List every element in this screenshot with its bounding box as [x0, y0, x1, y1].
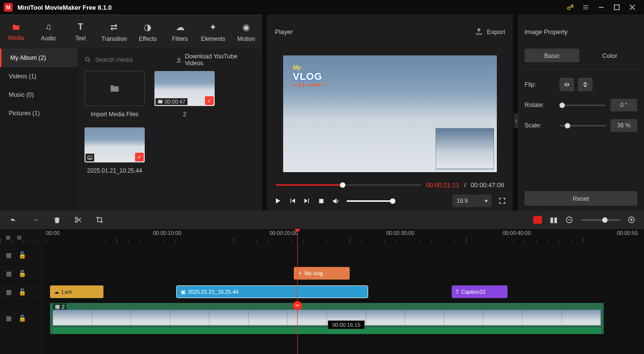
zoom-slider[interactable]	[581, 219, 620, 221]
snap-toggle[interactable]	[533, 216, 542, 224]
flip-label: Flip:	[525, 81, 559, 88]
next-button[interactable]	[303, 197, 311, 205]
tab-motion[interactable]: ◉ Motion	[235, 22, 257, 42]
clip-sticker[interactable]: ✧ My vlog	[294, 267, 350, 280]
magnet-icon[interactable]: ▮▮	[550, 215, 558, 224]
total-time: 00:00:47:08	[471, 181, 504, 189]
flip-horizontal-button[interactable]	[559, 78, 574, 91]
scissors-icon[interactable]: ✂	[293, 301, 302, 310]
sidebar-item-album[interactable]: My Album (2)	[0, 49, 78, 67]
remove-track-icon[interactable]: ⊟	[17, 234, 21, 241]
film-icon: ▦	[6, 270, 12, 277]
player-pane: My VLOG ▶ ❚❚ ◀◀ ▶▶ ● 00:00:21:11 / 00:00…	[267, 49, 513, 211]
key-icon[interactable]	[562, 0, 578, 15]
seek-slider[interactable]	[276, 184, 421, 186]
scale-label: Scale:	[525, 122, 559, 129]
film-icon: ▦	[6, 251, 12, 259]
menu-icon[interactable]	[578, 0, 593, 15]
svg-rect-6	[319, 199, 323, 203]
undo-button[interactable]	[9, 216, 17, 223]
tab-elements[interactable]: ✦ Elements	[201, 22, 225, 42]
playhead[interactable]: ✂	[297, 229, 298, 354]
lock-icon[interactable]: 🔓	[18, 315, 26, 322]
tab-audio[interactable]: ♫ Audio	[37, 22, 59, 42]
zoom-in-button[interactable]	[627, 216, 635, 224]
delete-button[interactable]	[53, 216, 61, 224]
svg-point-2	[85, 57, 89, 61]
sidebar-item-pictures[interactable]: Pictures (1)	[0, 104, 78, 123]
export-icon	[475, 28, 483, 35]
preview-viewport[interactable]: My VLOG ▶ ❚❚ ◀◀ ▶▶ ●	[283, 55, 497, 172]
props-title: Image Property	[518, 28, 568, 35]
prev-button[interactable]	[288, 197, 296, 205]
play-button[interactable]	[274, 197, 282, 205]
zoom-out-button[interactable]	[565, 216, 573, 224]
current-time: 00:00:21:11	[426, 181, 459, 189]
tab-media[interactable]: Media	[5, 23, 27, 41]
volume-slider[interactable]	[347, 200, 393, 202]
clip-image[interactable]: ▣ 2025.01.21_10.25.44	[176, 285, 368, 298]
vlog-sticker: My VLOG ▶ ❚❚ ◀◀ ▶▶ ●	[293, 64, 337, 98]
clip-caption[interactable]: T Caption22	[452, 285, 508, 298]
time-ruler[interactable]: 00:00 00:00:10:00 00:00:20:00 00:00:30:0…	[46, 229, 644, 246]
app-title: MiniTool MovieMaker Free 8.1.0	[17, 4, 112, 11]
add-track-icon[interactable]: ⊞	[6, 234, 10, 241]
media-thumb-image[interactable]: ✓ 2025.01.21_10.25.44	[85, 127, 145, 174]
lock-icon[interactable]: 🔓	[18, 288, 26, 296]
scale-slider[interactable]	[559, 125, 606, 126]
main-toolbar: Media ♫ Audio T Text ⇄ Transition ◑ Effe…	[0, 15, 262, 49]
aspect-ratio-select[interactable]: 16:9 ▾	[453, 195, 491, 207]
track-header-2: ▦🔓	[0, 265, 46, 283]
minimize-button[interactable]	[593, 0, 609, 15]
stop-button[interactable]	[318, 197, 325, 205]
svg-rect-1	[614, 5, 619, 10]
picture-in-picture[interactable]	[436, 128, 494, 169]
prop-tab-color[interactable]: Color	[582, 49, 637, 62]
tab-effects[interactable]: ◑ Effects	[136, 22, 159, 42]
redo-button[interactable]	[31, 216, 40, 223]
track-row-1[interactable]	[46, 246, 644, 265]
maximize-button[interactable]	[609, 0, 625, 15]
download-videos-link[interactable]: Download YouTube Videos	[175, 53, 255, 67]
sidebar-item-videos[interactable]: Videos (1)	[0, 67, 78, 86]
tab-text[interactable]: T Text	[69, 22, 92, 42]
track-row-3[interactable]: ☁ Lark ▣ 2025.01.21_10.25.44 T Caption22	[46, 283, 644, 301]
volume-icon[interactable]	[332, 197, 340, 205]
clip-video-main[interactable]: ▦2	[50, 303, 604, 334]
tab-filters[interactable]: ☁ Filters	[169, 22, 191, 42]
track-header-3: ▦🔓	[0, 283, 46, 301]
pane-collapse-handle[interactable]: ›	[514, 113, 519, 128]
prop-tab-basic[interactable]: Basic	[525, 49, 579, 62]
search-input[interactable]	[95, 56, 171, 63]
folder-icon	[11, 23, 21, 32]
media-thumb-video[interactable]: 00:00:47 ✓ 2	[154, 71, 215, 118]
import-media-button[interactable]: Import Media Files	[85, 71, 145, 118]
flip-vertical-button[interactable]	[578, 78, 593, 91]
image-icon: ▣	[181, 289, 186, 295]
lock-icon[interactable]: 🔓	[18, 270, 26, 277]
fullscreen-button[interactable]	[498, 197, 506, 205]
cloud-icon: ☁	[54, 289, 59, 295]
film-icon: ▦	[6, 315, 12, 322]
chevron-down-icon: ▾	[485, 197, 488, 204]
track-header-1: ▦🔓	[0, 246, 46, 265]
track-row-2[interactable]: ✧ My vlog	[46, 265, 644, 283]
split-button[interactable]	[74, 216, 82, 224]
close-button[interactable]	[625, 0, 640, 15]
export-button[interactable]: Export	[475, 28, 505, 35]
rotate-value[interactable]: 0 °	[610, 99, 637, 111]
reset-button[interactable]: Reset	[525, 191, 637, 206]
scale-value[interactable]: 36 %	[610, 119, 637, 132]
lock-icon[interactable]: 🔓	[18, 251, 26, 259]
time-tooltip: 00:00:16:15	[328, 320, 365, 329]
sidebar-item-music[interactable]: Music (0)	[0, 86, 78, 104]
rotate-slider[interactable]	[559, 105, 606, 106]
crop-button[interactable]	[96, 216, 103, 224]
tab-transition[interactable]: ⇄ Transition	[102, 22, 127, 42]
clip-audio-lark[interactable]: ☁ Lark	[50, 285, 103, 298]
transition-icon: ⇄	[110, 22, 118, 33]
music-icon: ♫	[45, 22, 52, 32]
track-row-4[interactable]: ▦2	[46, 301, 644, 336]
timeline-toolbar: ▮▮	[0, 211, 644, 229]
image-badge-icon	[85, 154, 94, 161]
